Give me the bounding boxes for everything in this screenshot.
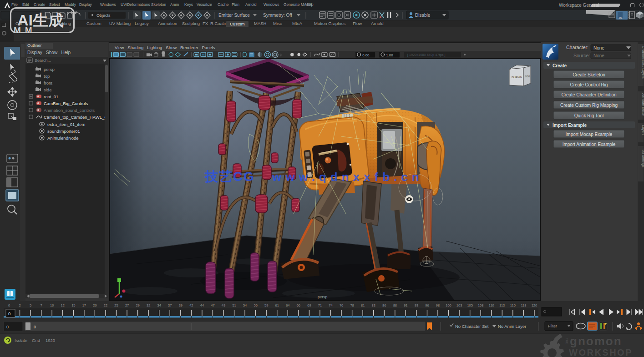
svg-text:15: 15: [71, 303, 75, 307]
svg-text:93: 93: [415, 303, 418, 307]
svg-text:91: 91: [404, 303, 407, 307]
svg-text:1.00: 1.00: [386, 53, 393, 57]
svg-text:34: 34: [157, 303, 161, 307]
svg-text:27: 27: [125, 303, 129, 307]
svg-text:69: 69: [307, 303, 311, 307]
svg-text:soundImporter01: soundImporter01: [47, 129, 80, 134]
svg-text:Import Example: Import Example: [553, 123, 587, 128]
svg-text:0: 0: [8, 311, 10, 316]
svg-text:Tool Settings: Tool Settings: [641, 148, 644, 167]
svg-text:Import Animation Example: Import Animation Example: [563, 142, 616, 147]
svg-text:Channel Box / Layers: Channel Box / Layers: [641, 46, 644, 79]
svg-text:persp: persp: [44, 67, 55, 72]
svg-text:www.qdnxxfb.cn: www.qdnxxfb.cn: [272, 170, 423, 184]
svg-text:In..: In..: [619, 16, 624, 20]
svg-text:44: 44: [200, 303, 204, 307]
svg-text:Character:: Character:: [566, 45, 588, 50]
svg-text:Create Control Rig: Create Control Rig: [570, 82, 608, 87]
svg-text:5: 5: [30, 303, 31, 307]
svg-text:extra_item_01_item: extra_item_01_item: [47, 122, 86, 127]
svg-text:Source:: Source:: [573, 53, 590, 58]
svg-text:64: 64: [286, 303, 289, 307]
svg-text:persp: persp: [318, 295, 328, 299]
svg-text:0: 0: [8, 303, 10, 307]
svg-text:115: 115: [510, 303, 516, 307]
svg-text:0: 0: [6, 325, 9, 329]
svg-text:49: 49: [222, 303, 225, 307]
svg-text:Disable: Disable: [415, 13, 431, 18]
svg-text:Grid: Grid: [32, 338, 40, 343]
svg-text:47: 47: [211, 303, 214, 307]
svg-text:83: 83: [372, 303, 375, 307]
svg-text:Animation_sound_controls: Animation_sound_controls: [44, 108, 95, 113]
svg-text:Objects: Objects: [96, 13, 111, 18]
svg-text:None: None: [593, 53, 604, 58]
svg-text:Create: Create: [553, 63, 567, 68]
svg-text:10: 10: [50, 303, 54, 307]
svg-text:Create Character Definition: Create Character Definition: [561, 92, 616, 97]
svg-text:37: 37: [168, 303, 172, 307]
svg-text:61: 61: [275, 303, 279, 307]
svg-text:No Character Set: No Character Set: [455, 324, 489, 329]
svg-text:98: 98: [436, 303, 440, 307]
svg-text:108: 108: [478, 303, 484, 307]
svg-text:技艺CG: 技艺CG: [204, 169, 255, 184]
svg-text:gnomon: gnomon: [570, 334, 622, 348]
svg-text:0: 0: [34, 324, 36, 329]
svg-text:22: 22: [104, 303, 107, 307]
svg-text:120: 120: [532, 303, 538, 307]
svg-text:Quick Rig Tool: Quick Rig Tool: [574, 113, 603, 118]
svg-text:86: 86: [382, 303, 386, 307]
svg-text:32: 32: [147, 303, 150, 307]
svg-text:100: 100: [446, 303, 451, 307]
svg-text:root_01: root_01: [44, 94, 58, 99]
svg-text:front: front: [44, 80, 52, 85]
svg-text:42: 42: [189, 303, 193, 307]
svg-text:66: 66: [297, 303, 300, 307]
svg-text:None: None: [593, 45, 604, 50]
svg-text:78: 78: [350, 303, 354, 307]
svg-text:76: 76: [340, 303, 343, 307]
svg-text:17: 17: [82, 303, 86, 307]
svg-text:7: 7: [41, 303, 42, 307]
svg-text:No Anim Layer: No Anim Layer: [498, 324, 526, 329]
svg-text:Import Mocap Example: Import Mocap Example: [566, 132, 613, 137]
svg-text:Filter: Filter: [548, 324, 557, 328]
svg-text:Isolate: Isolate: [15, 338, 27, 343]
svg-text:88: 88: [393, 303, 397, 307]
svg-text:110: 110: [489, 303, 494, 307]
svg-text:71: 71: [318, 303, 322, 307]
svg-text:56: 56: [254, 303, 257, 307]
svg-text:AnimBlendNode: AnimBlendNode: [47, 136, 79, 141]
svg-text:29: 29: [136, 303, 139, 307]
svg-text:51: 51: [232, 303, 236, 307]
svg-text:THE: THE: [565, 338, 568, 344]
svg-text:Layers: Layers: [641, 125, 644, 136]
svg-text:113: 113: [499, 303, 505, 307]
svg-text:54: 54: [243, 303, 247, 307]
svg-text:20: 20: [93, 303, 96, 307]
svg-text:105: 105: [467, 303, 473, 307]
svg-text:96: 96: [425, 303, 429, 307]
svg-text:2: 2: [19, 303, 20, 307]
svg-text:Symmetry: Off: Symmetry: Off: [263, 13, 292, 18]
svg-text:12: 12: [61, 303, 65, 307]
svg-text:59: 59: [264, 303, 268, 307]
svg-text:118: 118: [521, 303, 526, 307]
svg-text:top: top: [44, 74, 50, 79]
svg-text:103: 103: [456, 303, 462, 307]
svg-text:BURNIN: BURNIN: [512, 76, 522, 79]
svg-text:WORKSHOP: WORKSHOP: [569, 347, 633, 357]
svg-text:[ 1920x1080 540p 47fps ]: [ 1920x1080 540p 47fps ]: [407, 53, 446, 57]
svg-text:1920: 1920: [46, 338, 55, 343]
svg-text:Attribute Editor: Attribute Editor: [641, 93, 644, 116]
svg-text:SIDE: SIDE: [525, 75, 530, 78]
svg-text:Create Custom Rig Mapping: Create Custom Rig Mapping: [560, 103, 618, 108]
svg-text:side: side: [44, 87, 51, 92]
svg-text:Camden_top_Camden_HAWL_CTRL: Camden_top_Camden_HAWL_CTRL: [44, 115, 108, 120]
svg-text:Emitter Surface: Emitter Surface: [218, 13, 250, 18]
svg-text:CamRim_Rig_Controls: CamRim_Rig_Controls: [44, 101, 88, 106]
svg-text:Create Skeleton: Create Skeleton: [573, 72, 605, 77]
svg-text:81: 81: [361, 303, 365, 307]
svg-text:74: 74: [329, 303, 332, 307]
